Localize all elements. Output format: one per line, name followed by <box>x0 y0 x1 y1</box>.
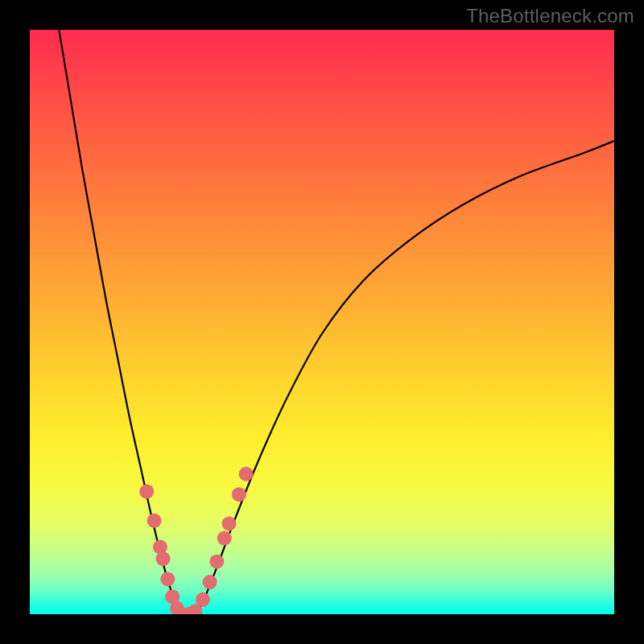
chart-svg <box>30 30 614 614</box>
marker-dot <box>232 487 246 502</box>
marker-dot <box>147 514 162 528</box>
marker-dot <box>196 592 210 607</box>
plot-area <box>30 30 614 614</box>
marker-dot <box>156 551 171 566</box>
watermark-text: TheBottleneck.com <box>466 5 634 27</box>
curve-left-arm <box>59 30 179 614</box>
marker-dot <box>203 575 217 589</box>
curve-right-arm <box>196 141 614 614</box>
marker-dot <box>139 485 154 499</box>
marker-dot <box>222 516 237 530</box>
marker-dot <box>239 467 254 481</box>
marker-dot <box>217 531 232 546</box>
curve-group <box>59 30 614 614</box>
chart-frame: TheBottleneck.com <box>0 0 644 644</box>
marker-dot <box>160 572 175 586</box>
marker-dot <box>209 555 224 569</box>
